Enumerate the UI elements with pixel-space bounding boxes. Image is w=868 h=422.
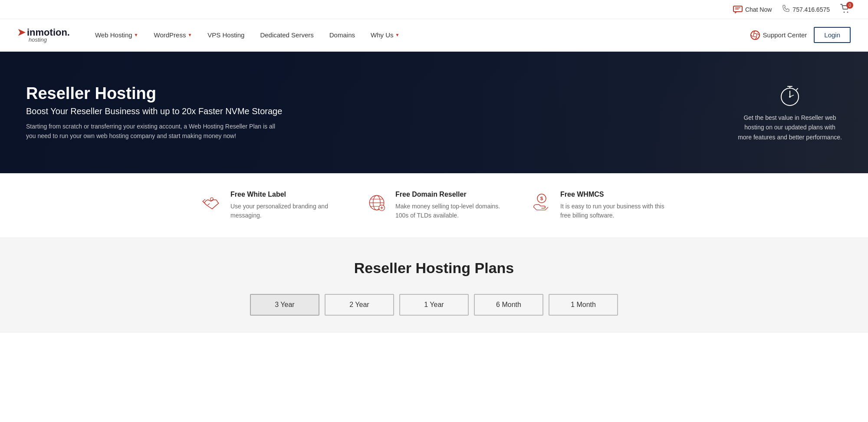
svg-point-6 <box>753 33 757 37</box>
feature-whmcs: $ Free WHMCS It is easy to run your busi… <box>516 191 681 220</box>
dollar-hand-icon: $ <box>529 191 553 214</box>
plan-tab-6month[interactable]: 6 Month <box>474 294 543 316</box>
feature-whmcs-title: Free WHMCS <box>560 191 668 198</box>
hero-subtitle: Boost Your Reseller Business with up to … <box>26 106 286 116</box>
phone-contact[interactable]: 757.416.6575 <box>782 5 830 14</box>
feature-domain-reseller: Free Domain Reseller Make money selling … <box>352 191 516 220</box>
feature-whmcs-desc: It is easy to run your business with thi… <box>560 202 668 220</box>
chevron-down-icon: ▼ <box>134 33 138 37</box>
nav-vps-hosting[interactable]: VPS Hosting <box>200 19 252 51</box>
svg-point-16 <box>789 96 791 98</box>
logo-sub-text: hosting <box>29 36 47 43</box>
nav-wordpress[interactable]: WordPress ▼ <box>146 19 200 51</box>
nav-dedicated-servers[interactable]: Dedicated Servers <box>252 19 321 51</box>
logo-wing-icon: ➤ <box>17 27 25 38</box>
support-center-link[interactable]: Support Center <box>750 30 807 40</box>
main-header: ➤ inmotion. hosting Web Hosting ▼ WordPr… <box>0 19 868 52</box>
hero-content: Reseller Hosting Boost Your Reseller Bus… <box>0 84 312 141</box>
support-center-label: Support Center <box>763 31 807 39</box>
support-icon <box>750 30 760 40</box>
plans-section-title: Reseller Hosting Plans <box>17 260 851 277</box>
plan-tabs: 3 Year 2 Year 1 Year 6 Month 1 Month <box>17 294 851 316</box>
plan-tab-1year[interactable]: 1 Year <box>399 294 469 316</box>
nav-why-us[interactable]: Why Us ▼ <box>363 19 407 51</box>
feature-white-label-title: Free White Label <box>230 191 339 198</box>
top-bar: Chat Now 757.416.6575 0 <box>0 0 868 19</box>
logo[interactable]: ➤ inmotion. hosting <box>17 22 70 48</box>
login-button[interactable]: Login <box>814 27 851 43</box>
handshake-icon <box>200 191 224 214</box>
hero-section: Reseller Hosting Boost Your Reseller Bus… <box>0 52 868 173</box>
plan-tab-3year[interactable]: 3 Year <box>250 294 319 316</box>
main-nav: Web Hosting ▼ WordPress ▼ VPS Hosting De… <box>87 19 851 51</box>
plans-section: Reseller Hosting Plans 3 Year 2 Year 1 Y… <box>0 238 868 333</box>
feature-white-label-desc: Use your personalized branding and messa… <box>230 202 339 220</box>
feature-white-label: Free White Label Use your personalized b… <box>187 191 352 220</box>
feature-domain-desc: Make money selling top-level domains. 10… <box>395 202 503 220</box>
cart-badge: 0 <box>846 2 853 9</box>
features-strip: Free White Label Use your personalized b… <box>0 173 868 238</box>
plan-tab-1month[interactable]: 1 Month <box>549 294 618 316</box>
chat-label: Chat Now <box>745 6 772 13</box>
chevron-down-icon: ▼ <box>187 33 192 37</box>
globe-icon <box>365 191 388 214</box>
nav-right-area: Support Center Login <box>750 27 851 43</box>
cart-button[interactable]: 0 <box>840 3 851 15</box>
svg-text:$: $ <box>540 195 543 201</box>
hero-title: Reseller Hosting <box>26 84 286 103</box>
phone-number: 757.416.6575 <box>792 6 830 13</box>
stopwatch-icon <box>738 83 842 109</box>
plan-tab-2year[interactable]: 2 Year <box>325 294 394 316</box>
chat-icon <box>733 6 743 13</box>
svg-point-4 <box>847 12 848 13</box>
chat-now-button[interactable]: Chat Now <box>733 6 772 13</box>
hero-body: Starting from scratch or transferring yo… <box>26 122 286 141</box>
phone-icon <box>782 5 790 14</box>
chevron-down-icon: ▼ <box>395 33 399 37</box>
nav-web-hosting[interactable]: Web Hosting ▼ <box>87 19 146 51</box>
svg-line-17 <box>796 89 798 90</box>
svg-point-3 <box>844 12 845 13</box>
feature-domain-title: Free Domain Reseller <box>395 191 503 198</box>
svg-point-5 <box>751 31 760 40</box>
hero-right-panel: Get the best value in Reseller web hosti… <box>738 83 842 142</box>
nav-domains[interactable]: Domains <box>322 19 363 51</box>
hero-right-description: Get the best value in Reseller web hosti… <box>738 113 842 142</box>
